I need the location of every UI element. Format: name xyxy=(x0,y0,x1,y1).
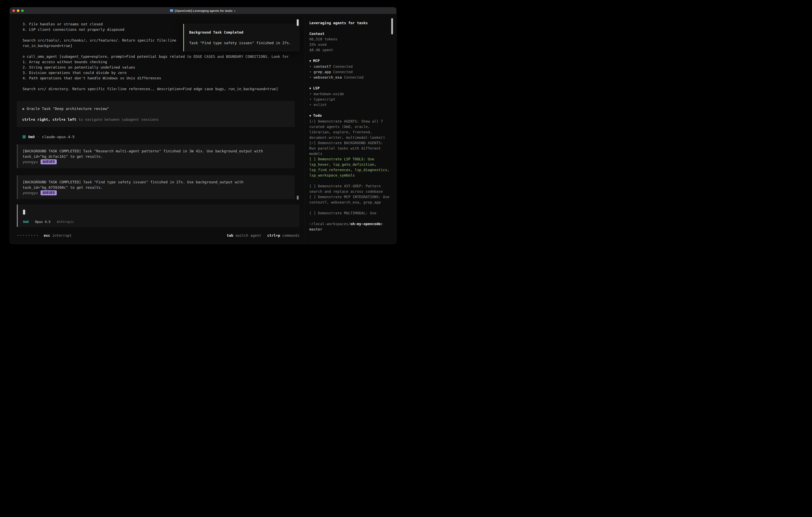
traffic-lights xyxy=(10,9,24,12)
spinner-dots: •••••••• xyxy=(17,234,39,237)
esc-action-label: interrupt xyxy=(52,233,72,238)
todo-section-heading[interactable]: ▼Todo xyxy=(309,113,390,118)
close-button[interactable] xyxy=(12,9,15,12)
shortcut-description: to navigate between subagent sessions xyxy=(76,117,158,121)
zoom-button[interactable] xyxy=(21,9,24,12)
window-title: [OpenCode] Leveraging agents for tasks ◐ xyxy=(10,9,396,12)
mcp-item: •websearch_exaConnected xyxy=(309,75,390,80)
message-author: yeongyu xyxy=(23,159,38,165)
agent-name: OmO xyxy=(28,134,35,140)
active-agent-label: OmO xyxy=(23,220,29,224)
switch-agent-hint: tabswitch agent xyxy=(227,233,261,238)
status-badge: QUEUED xyxy=(40,190,57,195)
window-title-text: [OpenCode] Leveraging agents for tasks xyxy=(175,9,233,12)
message-line: [BACKGROUND TASK COMPLETED] Task "Find t… xyxy=(23,179,290,185)
message-line: [BACKGROUND TASK COMPLETED] Task "Resear… xyxy=(23,148,290,154)
message-card: [BACKGROUND TASK COMPLETED] Task "Find t… xyxy=(17,175,295,199)
tab-action-label: switch agent xyxy=(235,233,261,238)
toast-notification[interactable]: Background Task Completed Task "Find typ… xyxy=(183,24,299,51)
mcp-status: Connected xyxy=(333,70,353,74)
shortcut-keys: ctrl+x right, ctrl+x left xyxy=(22,117,76,121)
todo-spacer xyxy=(309,178,390,183)
bullet-icon: • xyxy=(309,64,312,69)
lsp-item: •typescript xyxy=(309,97,390,102)
chat-scrollbar-thumb-bottom[interactable] xyxy=(297,195,299,200)
collapse-arrow-icon: ▼ xyxy=(309,114,311,117)
mcp-item: •grep_appConnected xyxy=(309,69,390,75)
message-line: task_id="bg_6f59260c" to get results. xyxy=(23,185,290,190)
message-card: [BACKGROUND TASK COMPLETED] Task "Resear… xyxy=(17,144,295,168)
agent-header: OmO · claude-opus-4-5 xyxy=(23,134,299,140)
oracle-status-icon: ◉ xyxy=(22,107,24,111)
workspace-repo: oh-my-opencode: xyxy=(350,222,383,226)
bullet-icon: • xyxy=(309,70,312,74)
toast-body: Task "Find type safety issues" finished … xyxy=(189,40,294,46)
agent-separator: · xyxy=(37,134,39,140)
mcp-status: Connected xyxy=(333,64,353,69)
lsp-section-heading[interactable]: ▼LSP xyxy=(309,85,390,91)
mcp-status: Connected xyxy=(344,75,364,79)
workspace-path: ~/local-workspaces/oh-my-opencode: maste… xyxy=(309,221,390,232)
tool-call-text: call_omo_agent [subagent_type=explore, p… xyxy=(27,54,289,59)
tool-call-item: 2. String operations on potentially unde… xyxy=(17,64,299,70)
workspace-prefix: ~/local-workspaces/ xyxy=(309,222,350,226)
mcp-heading-label: MCP xyxy=(313,59,320,63)
mcp-section-heading[interactable]: ▼MCP xyxy=(309,58,390,64)
tool-call-tail: Search src/ directory. Return specific f… xyxy=(17,86,299,91)
lsp-item: •eslint xyxy=(309,102,390,107)
todo-item: [ ] Demonstrate LSP TOOLS: Use lsp_hover… xyxy=(309,156,390,178)
collapse-arrow-icon: ▼ xyxy=(309,87,311,90)
lsp-name: typescript xyxy=(314,97,335,101)
chat-scroll-area[interactable]: 3. File handles or streams not closed 4.… xyxy=(10,14,305,205)
bullet-icon: • xyxy=(309,97,312,101)
tool-call-line: ⚙call_omo_agent [subagent_type=explore, … xyxy=(17,54,299,59)
lsp-name: eslint xyxy=(314,103,327,107)
sidebar-scrollbar-thumb[interactable] xyxy=(391,18,393,34)
model-name: Opus 4.5 xyxy=(35,220,51,224)
chat-scrollbar-thumb-top[interactable] xyxy=(297,19,299,26)
mcp-name: websearch_exa xyxy=(314,75,342,79)
message-line: task_id="bg_dcfac161" to get results. xyxy=(23,154,290,159)
sidebar[interactable]: Leveraging agents for tasks Context 66,5… xyxy=(305,14,396,244)
app-name-normal: Open xyxy=(331,243,340,244)
context-spent: $0.46 spent xyxy=(309,47,390,53)
chat-line xyxy=(17,81,299,86)
mcp-name: context7 xyxy=(314,64,331,69)
bullet-icon: • xyxy=(309,92,312,96)
todo-item: [ ] Demonstrate AST-GREP: Pattern search… xyxy=(309,183,390,194)
context-heading: Context xyxy=(309,31,390,36)
message-meta: yeongyu QUEUED xyxy=(23,190,290,195)
titlebar[interactable]: [OpenCode] Leveraging agents for tasks ◐ xyxy=(10,7,396,14)
tool-call-item: 1. Array access without bounds checking xyxy=(17,59,299,64)
window-icon xyxy=(170,9,173,12)
panel-spacer xyxy=(22,111,290,117)
terminal-window: [OpenCode] Leveraging agents for tasks ◐… xyxy=(9,7,397,244)
esc-key-label: esc xyxy=(44,233,50,238)
status-badge: QUEUED xyxy=(40,159,57,164)
bullet-icon: • xyxy=(327,243,329,244)
prompt-input[interactable]: OmO Opus 4.5 Anthropic xyxy=(17,205,299,227)
todo-item: [ ] Demonstrate MULTIMODAL: Use xyxy=(309,210,390,216)
model-info-line: OmO Opus 4.5 Anthropic xyxy=(23,220,295,225)
status-bar: •••••••• escinterrupt tabswitch agent ct… xyxy=(10,227,305,244)
oracle-task-title-line: ◉Oracle Task "Deep architecture review" xyxy=(22,106,290,111)
context-tokens: 66,518 tokens xyxy=(309,36,390,42)
app-version: 1.0.163 xyxy=(350,243,366,244)
lsp-name: markdown-oxide xyxy=(314,92,344,96)
ctrlp-action-label: commands xyxy=(282,233,299,238)
todo-spacer xyxy=(309,205,390,210)
context-used: 33% used xyxy=(309,42,390,47)
session-title: Leveraging agents for tasks xyxy=(309,20,390,26)
bullet-icon: • xyxy=(309,103,312,107)
oracle-task-panel: ◉Oracle Task "Deep architecture review" … xyxy=(17,101,295,127)
progress-icon: ◐ xyxy=(234,9,236,12)
main-pane: 3. File handles or streams not closed 4.… xyxy=(10,14,305,244)
message-author: yeongyu xyxy=(23,190,38,195)
minimize-button[interactable] xyxy=(17,9,19,12)
bullet-icon: • xyxy=(309,75,312,79)
mcp-item: •context7Connected xyxy=(309,64,390,69)
agent-checkbox-icon xyxy=(23,135,26,138)
mcp-name: grep_app xyxy=(314,70,331,74)
todo-item: [✓] Demonstrate BACKGROUND AGENTS: Run p… xyxy=(309,140,390,156)
app-name-bold: Code xyxy=(340,243,348,244)
